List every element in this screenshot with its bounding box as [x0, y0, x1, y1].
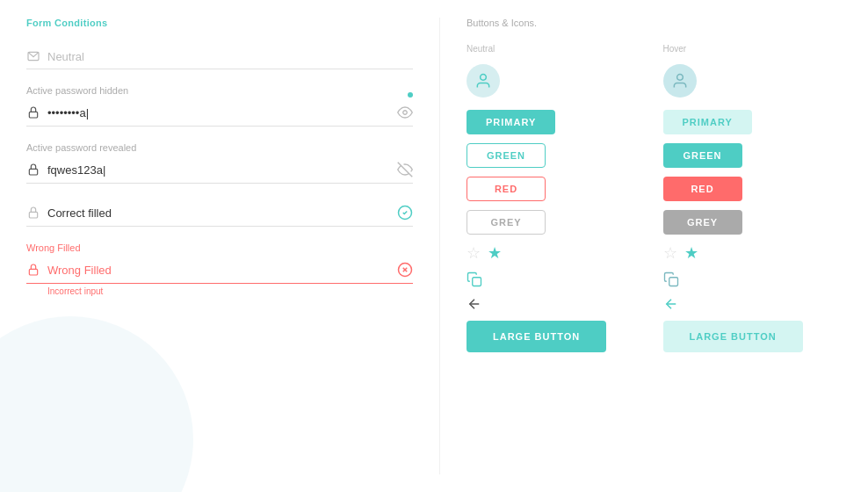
- avatar-hover: [663, 64, 697, 98]
- buttons-columns: Neutral PRIMARY GREEN RED: [467, 44, 842, 361]
- error-hint: Incorrect input: [47, 286, 413, 296]
- svg-rect-15: [669, 278, 677, 286]
- user-icon-hover: [671, 72, 689, 90]
- avatar-row-neutral: [467, 64, 646, 98]
- avatar-neutral: [467, 64, 500, 98]
- arrow-left-icon-hover[interactable]: [663, 296, 679, 312]
- green-button-neutral[interactable]: GREEN: [467, 143, 546, 168]
- svg-point-11: [481, 75, 487, 81]
- wrong-filled-group: Wrong Filled Wrong Filled Incorrect inpu…: [26, 242, 413, 296]
- grey-btn-hover-row: GREY: [663, 210, 843, 235]
- svg-rect-7: [29, 269, 37, 275]
- active-hidden-value: ••••••••a|: [47, 106, 397, 119]
- wrong-label: Wrong Filled: [47, 264, 397, 277]
- stars-row-neutral: ☆ ★: [467, 243, 646, 263]
- active-hidden-label: Active password hidden: [26, 85, 413, 96]
- active-hidden-wrapper: ••••••••a|: [26, 99, 413, 127]
- right-section-title: Buttons & Icons.: [467, 18, 842, 28]
- red-button-neutral[interactable]: RED: [467, 177, 546, 201]
- hover-col-header: Hover: [663, 44, 843, 54]
- star-empty-neutral[interactable]: ☆: [467, 243, 481, 263]
- wrong-wrapper: Wrong Filled: [26, 257, 413, 284]
- lock-icon-wrong: [26, 263, 40, 277]
- x-circle-icon: [397, 262, 413, 278]
- large-button-neutral[interactable]: LARGE BUTTON: [467, 321, 606, 352]
- primary-btn-hover-row: PRIMARY: [663, 110, 843, 134]
- red-button-hover[interactable]: RED: [663, 177, 742, 201]
- star-empty-hover[interactable]: ☆: [663, 243, 677, 263]
- avatar-row-hover: [663, 64, 843, 98]
- left-section-title: Form Conditions: [26, 18, 413, 28]
- envelope-icon: [26, 49, 40, 63]
- arrow-left-icon-neutral[interactable]: [467, 296, 482, 312]
- stars-row-hover: ☆ ★: [663, 243, 843, 263]
- eye-off-icon[interactable]: [397, 162, 413, 177]
- active-revealed-label: Active password revealed: [26, 142, 413, 153]
- active-indicator-dot: [408, 92, 413, 98]
- red-btn-neutral-row: RED: [467, 177, 646, 201]
- green-button-hover[interactable]: GREEN: [663, 143, 742, 168]
- large-btn-neutral-row: LARGE BUTTON: [467, 321, 646, 352]
- star-filled-neutral[interactable]: ★: [488, 243, 502, 263]
- neutral-col-header: Neutral: [467, 44, 646, 54]
- eye-icon[interactable]: [397, 105, 413, 120]
- green-btn-neutral-row: GREEN: [467, 143, 646, 168]
- grey-button-hover[interactable]: GREY: [663, 210, 742, 235]
- svg-point-2: [403, 111, 408, 115]
- lock-icon-hidden: [26, 105, 40, 119]
- right-panel: Buttons & Icons. Neutral PRIMARY GREEN: [440, 0, 868, 492]
- svg-rect-5: [29, 212, 37, 218]
- correct-label: Correct filled: [47, 206, 397, 220]
- bg-decoration: [0, 316, 193, 492]
- large-btn-hover-row: LARGE BUTTON: [663, 321, 843, 352]
- large-button-hover[interactable]: LARGE BUTTON: [663, 321, 803, 352]
- copy-row-hover: [663, 271, 843, 287]
- svg-rect-3: [29, 169, 37, 175]
- svg-rect-1: [29, 112, 37, 118]
- correct-filled-group: Correct filled: [26, 199, 413, 227]
- user-icon-neutral: [474, 72, 492, 90]
- primary-button-hover[interactable]: PRIMARY: [663, 110, 752, 134]
- active-revealed-value: fqwes123a|: [47, 163, 397, 177]
- primary-button-neutral[interactable]: PRIMARY: [467, 110, 555, 134]
- check-circle-icon: [397, 205, 413, 221]
- active-hidden-group: Active password hidden ••••••••a|: [26, 85, 413, 127]
- hover-column: Hover PRIMARY GREEN RED: [663, 44, 843, 361]
- active-revealed-group: Active password revealed fqwes123a|: [26, 142, 413, 184]
- active-revealed-wrapper: fqwes123a|: [26, 156, 413, 184]
- green-btn-hover-row: GREEN: [663, 143, 843, 168]
- neutral-column: Neutral PRIMARY GREEN RED: [467, 44, 646, 361]
- arrow-row-neutral: [467, 296, 646, 312]
- copy-icon-neutral[interactable]: [467, 271, 482, 287]
- left-panel: Form Conditions Neutral Active password …: [0, 0, 439, 492]
- neutral-input-value: Neutral: [47, 50, 413, 63]
- arrow-row-hover: [663, 296, 843, 312]
- copy-row-neutral: [467, 271, 646, 287]
- lock-icon-revealed: [26, 163, 40, 177]
- neutral-input-wrapper: Neutral: [26, 44, 413, 69]
- wrong-filled-label: Wrong Filled: [26, 242, 413, 253]
- grey-btn-neutral-row: GREY: [467, 210, 646, 235]
- lock-icon-correct: [26, 206, 40, 220]
- grey-button-neutral[interactable]: GREY: [467, 210, 546, 235]
- primary-btn-neutral-row: PRIMARY: [467, 110, 646, 134]
- red-btn-hover-row: RED: [663, 177, 843, 201]
- neutral-field-group: Neutral: [26, 44, 413, 69]
- correct-wrapper: Correct filled: [26, 199, 413, 227]
- svg-point-14: [676, 75, 683, 81]
- copy-icon-hover[interactable]: [663, 271, 679, 287]
- star-filled-hover[interactable]: ★: [684, 243, 698, 263]
- svg-rect-12: [473, 278, 481, 286]
